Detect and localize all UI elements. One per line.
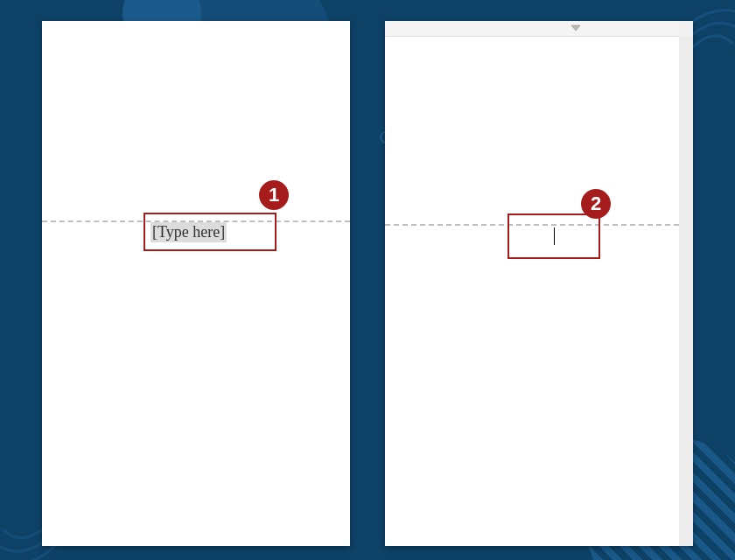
header-cursor-highlight [508, 214, 600, 259]
callout-badge-1: 1 [259, 180, 289, 210]
document-page-right: 2 [385, 21, 693, 546]
text-cursor-icon [554, 228, 555, 245]
callout-badge-2: 2 [581, 189, 611, 219]
horizontal-ruler[interactable] [385, 21, 679, 37]
header-placeholder-field[interactable]: [Type here] [150, 222, 227, 242]
page-content-area[interactable] [385, 37, 679, 546]
vertical-scrollbar[interactable] [679, 37, 693, 546]
document-page-left: [Type here] 1 [42, 21, 350, 546]
margin-stop-icon[interactable] [570, 24, 581, 35]
header-placeholder-highlight: [Type here] [144, 213, 276, 251]
comparison-panels: [Type here] 1 2 [0, 0, 735, 560]
